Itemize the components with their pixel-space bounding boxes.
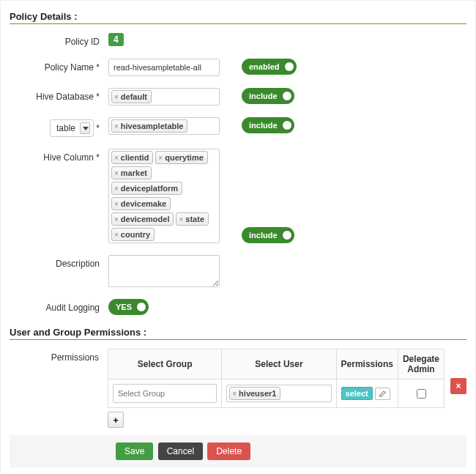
- token[interactable]: ×state: [176, 212, 209, 226]
- user-group-perms-heading: User and Group Permissions :: [10, 327, 466, 338]
- token-remove-icon[interactable]: ×: [232, 390, 237, 398]
- permissions-table: Select Group Select User Permissions Del…: [108, 349, 445, 408]
- select-group-input[interactable]: [113, 384, 217, 403]
- toggle-knob: [136, 302, 146, 312]
- include-toggle-column[interactable]: include: [242, 227, 294, 243]
- toggle-label: include: [249, 231, 278, 240]
- select-label: table: [56, 123, 75, 133]
- select-user-input[interactable]: ×hiveuser1: [226, 385, 331, 402]
- label-hive-column: Hive Column *: [10, 149, 108, 163]
- toggle-knob: [282, 91, 292, 101]
- save-button[interactable]: Save: [116, 442, 153, 460]
- token[interactable]: ×country: [111, 228, 155, 241]
- col-select-group: Select Group: [108, 349, 222, 379]
- description-textarea[interactable]: [108, 255, 220, 287]
- token-remove-icon[interactable]: ×: [114, 231, 119, 239]
- token[interactable]: ×deviceplatform: [111, 182, 182, 195]
- token-remove-icon[interactable]: ×: [114, 154, 119, 162]
- toggle-label: YES: [116, 303, 132, 311]
- toggle-knob: [282, 120, 292, 130]
- token[interactable]: ×clientid: [111, 151, 153, 164]
- col-permissions: Permissions: [336, 349, 398, 379]
- label-audit-logging: Audit Logging: [10, 299, 108, 313]
- label-policy-name: Policy Name *: [10, 59, 108, 73]
- token[interactable]: ×hiveuser1: [229, 387, 280, 400]
- token[interactable]: ×market: [111, 166, 152, 179]
- token-remove-icon[interactable]: ×: [114, 169, 119, 177]
- hive-database-input[interactable]: ×default: [108, 88, 220, 105]
- table-type-select[interactable]: table: [50, 119, 94, 137]
- audit-logging-toggle[interactable]: YES: [108, 299, 149, 315]
- token-remove-icon[interactable]: ×: [114, 215, 119, 223]
- edit-permission-button[interactable]: [375, 388, 390, 400]
- divider: [10, 339, 466, 340]
- policy-name-input[interactable]: [108, 59, 220, 76]
- required-star: *: [96, 123, 100, 133]
- label-permissions: Permissions: [10, 349, 108, 363]
- col-select-user: Select User: [222, 349, 336, 379]
- token[interactable]: ×querytime: [155, 151, 207, 164]
- label-hive-database: Hive Database *: [10, 88, 108, 102]
- chevron-down-icon[interactable]: [80, 122, 90, 134]
- permission-tag[interactable]: select: [341, 387, 373, 400]
- token-remove-icon[interactable]: ×: [114, 122, 119, 130]
- include-toggle-table[interactable]: include: [242, 117, 294, 133]
- toggle-label: enabled: [249, 62, 280, 71]
- delegate-admin-checkbox[interactable]: [417, 389, 426, 399]
- policy-id-badge: 4: [108, 33, 124, 46]
- token[interactable]: ×hivesampletable: [111, 119, 187, 133]
- toggle-label: include: [249, 121, 278, 130]
- token-remove-icon[interactable]: ×: [179, 215, 183, 223]
- include-toggle-db[interactable]: include: [242, 88, 294, 104]
- enabled-toggle[interactable]: enabled: [242, 59, 297, 75]
- token-remove-icon[interactable]: ×: [158, 154, 163, 162]
- divider: [10, 23, 466, 24]
- col-delegate-admin: Delegate Admin: [398, 349, 444, 379]
- toggle-label: include: [249, 92, 278, 100]
- hive-table-input[interactable]: ×hivesampletable: [108, 117, 220, 135]
- toggle-knob: [282, 230, 292, 240]
- token-remove-icon[interactable]: ×: [114, 200, 119, 208]
- token[interactable]: ×devicemodel: [111, 212, 174, 226]
- hive-column-input[interactable]: ×clientid ×querytime ×market ×deviceplat…: [108, 149, 220, 243]
- delete-button[interactable]: Delete: [207, 442, 250, 460]
- cancel-button[interactable]: Cancel: [158, 442, 203, 460]
- toggle-knob: [284, 62, 294, 72]
- add-row-button[interactable]: +: [108, 412, 124, 428]
- action-bar: Save Cancel Delete: [10, 435, 466, 467]
- pencil-icon: [379, 390, 386, 397]
- label-description: Description: [10, 255, 108, 269]
- token[interactable]: ×devicemake: [111, 197, 171, 210]
- label-policy-id: Policy ID: [10, 33, 108, 47]
- token-remove-icon[interactable]: ×: [114, 93, 119, 101]
- policy-details-heading: Policy Details :: [10, 11, 466, 22]
- table-row: ×hiveuser1 select: [108, 379, 445, 408]
- remove-row-button[interactable]: ×: [450, 378, 466, 394]
- token-remove-icon[interactable]: ×: [114, 185, 119, 193]
- token[interactable]: ×default: [111, 90, 152, 103]
